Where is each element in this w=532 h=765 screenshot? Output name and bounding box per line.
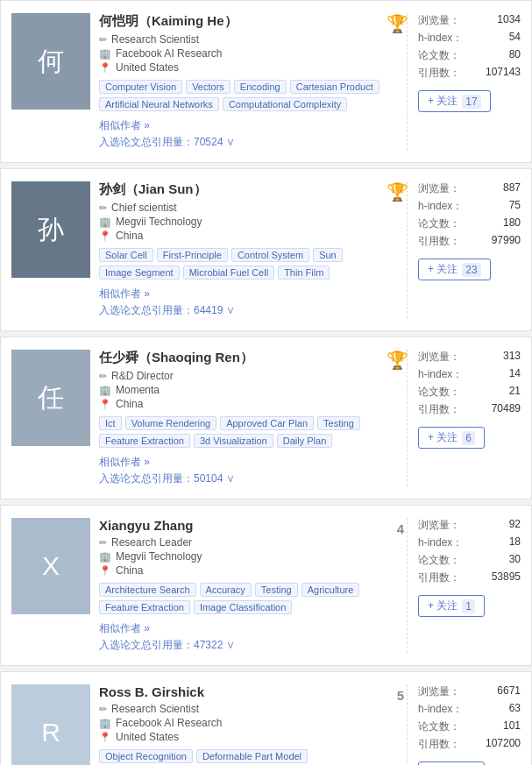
stat-hindex: h-index：54	[418, 31, 521, 46]
tag[interactable]: Daily Plan	[277, 434, 333, 448]
tag[interactable]: Testing	[255, 583, 298, 597]
stats-panel: 浏览量：887h-index：75论文数：180引用数：97990+ 关注 23	[407, 181, 521, 318]
stat-papers: 论文数：21	[418, 385, 521, 400]
similar-authors-link[interactable]: 相似作者 »	[99, 287, 398, 301]
tag[interactable]: Cartesian Product	[290, 80, 379, 94]
tag[interactable]: Ict	[99, 416, 122, 430]
tag[interactable]: Artificial Neural Networks	[99, 97, 219, 111]
researcher-location: China	[116, 398, 143, 410]
researcher-title-line: ✏Research Scientist	[99, 33, 398, 46]
researcher-location: United States	[116, 731, 179, 743]
follow-label: + 关注	[428, 94, 458, 109]
citations-link[interactable]: 入选论文总引用量：50104 ∨	[99, 471, 398, 486]
follow-button[interactable]: + 关注 23	[418, 259, 491, 280]
researcher-card: 孙孙剑（Jian Sun）✏Chief scientist🏢Megvii Tec…	[0, 168, 532, 331]
researcher-name[interactable]: 任少舜（Shaoqing Ren）	[99, 350, 398, 366]
researcher-main-info: Ross B. Girshick✏Research Scientist🏢Face…	[90, 684, 407, 765]
citations-link[interactable]: 入选论文总引用量：70524 ∨	[99, 135, 398, 150]
stat-citations-value: 107200	[486, 737, 521, 752]
follow-count: 23	[462, 263, 480, 277]
stat-papers-label: 论文数：	[418, 385, 460, 400]
tag[interactable]: Object Recognition	[99, 749, 193, 763]
researcher-location-line: 📍China	[99, 230, 398, 242]
title-icon: ✏	[99, 704, 107, 715]
researcher-org-line: 🏢Megvii Technology	[99, 550, 398, 563]
researcher-org-line: 🏢Megvii Technology	[99, 216, 398, 228]
tag[interactable]: Control System	[231, 248, 309, 262]
tag[interactable]: Accuracy	[200, 583, 252, 597]
follow-button[interactable]: + 关注 6	[418, 427, 485, 449]
follow-button[interactable]: + 关注 17	[418, 90, 491, 112]
researcher-title-line: ✏Research Scientist	[99, 703, 398, 715]
stat-hindex: h-index：18	[418, 535, 521, 550]
tag[interactable]: Feature Extraction	[99, 600, 190, 614]
researcher-main-info: Xiangyu Zhang✏Research Leader🏢Megvii Tec…	[90, 518, 407, 653]
location-icon: 📍	[99, 230, 111, 242]
researcher-links: 相似作者 »入选论文总引用量：47322 ∨	[99, 621, 398, 653]
researcher-links: 相似作者 »入选论文总引用量：64419 ∨	[99, 287, 398, 318]
tag[interactable]: Agriculture	[301, 583, 360, 597]
researcher-name[interactable]: Xiangyu Zhang	[99, 518, 398, 533]
stat-views-label: 浏览量：	[418, 684, 460, 699]
tag[interactable]: Architecture Search	[99, 583, 196, 597]
stat-views: 浏览量：6671	[418, 684, 521, 699]
researcher-location-line: 📍United States	[99, 731, 398, 743]
similar-authors-link[interactable]: 相似作者 »	[99, 621, 398, 636]
tag[interactable]: Approved Car Plan	[220, 416, 314, 430]
tag[interactable]: First-Principle	[157, 248, 228, 262]
tag[interactable]: Encoding	[234, 80, 287, 94]
tag[interactable]: Vectors	[186, 80, 231, 94]
similar-authors-link[interactable]: 相似作者 »	[99, 118, 398, 133]
researcher-card: 何何恺明（Kaiming He）✏Research Scientist🏢Face…	[0, 0, 532, 163]
tag[interactable]: Sun	[313, 248, 343, 262]
citations-link[interactable]: 入选论文总引用量：64419 ∨	[99, 303, 398, 318]
stat-hindex-label: h-index：	[418, 702, 463, 717]
stat-hindex: h-index：14	[418, 367, 521, 382]
tag[interactable]: 3d Visualization	[194, 434, 273, 448]
stat-papers: 论文数：101	[418, 719, 521, 734]
stat-views: 浏览量：313	[418, 350, 521, 365]
tag[interactable]: Thin Film	[278, 266, 330, 280]
stat-citations-value: 53895	[492, 570, 521, 585]
stat-papers: 论文数：80	[418, 48, 521, 63]
tag[interactable]: Computer Vision	[99, 80, 182, 94]
researcher-org: Megvii Technology	[116, 216, 202, 228]
stat-views-value: 92	[509, 518, 521, 533]
researcher-tags: IctVolume RenderingApproved Car PlanTest…	[99, 416, 398, 448]
avatar: 孙	[11, 181, 90, 278]
researcher-title: Research Scientist	[111, 33, 199, 46]
researcher-name[interactable]: 何恺明（Kaiming He）	[99, 13, 398, 30]
tag[interactable]: Testing	[317, 416, 360, 430]
tag[interactable]: Image Segment	[99, 266, 180, 280]
similar-authors-link[interactable]: 相似作者 »	[99, 455, 398, 470]
tag[interactable]: Solar Cell	[99, 248, 153, 262]
stat-views-label: 浏览量：	[418, 518, 460, 533]
tag[interactable]: Computational Complexity	[223, 97, 347, 111]
follow-button[interactable]: + 关注 1	[418, 595, 485, 617]
stat-hindex-value: 54	[509, 31, 521, 46]
avatar: 任	[11, 350, 90, 446]
tag[interactable]: Microbial Fuel Cell	[183, 266, 274, 280]
org-icon: 🏢	[99, 385, 111, 396]
follow-count: 17	[462, 95, 480, 109]
researcher-org: Momenta	[116, 384, 160, 396]
tag[interactable]: Deformable Part Model	[196, 749, 308, 763]
stat-hindex-value: 75	[509, 199, 521, 214]
follow-label: + 关注	[428, 599, 458, 613]
stat-views-value: 6671	[497, 684, 521, 699]
stats-panel: 浏览量：6671h-index：63论文数：101引用数：107200+ 关注 …	[407, 684, 521, 765]
stat-hindex: h-index：75	[418, 199, 521, 214]
stat-citations-value: 97990	[492, 234, 521, 249]
tag[interactable]: Volume Rendering	[125, 416, 217, 430]
researcher-name[interactable]: Ross B. Girshick	[99, 684, 398, 699]
tag[interactable]: Image Classification	[194, 600, 292, 614]
citations-link[interactable]: 入选论文总引用量：47322 ∨	[99, 638, 398, 653]
tag[interactable]: Feature Extraction	[99, 434, 190, 448]
follow-button[interactable]: + 关注 8	[418, 761, 485, 765]
researcher-location: United States	[116, 61, 179, 74]
stat-papers-label: 论文数：	[418, 553, 460, 568]
rank-badge: 🏆	[387, 181, 408, 202]
researcher-tags: Solar CellFirst-PrincipleControl SystemS…	[99, 248, 398, 280]
researcher-name[interactable]: 孙剑（Jian Sun）	[99, 181, 398, 198]
stat-papers-value: 21	[509, 385, 521, 400]
